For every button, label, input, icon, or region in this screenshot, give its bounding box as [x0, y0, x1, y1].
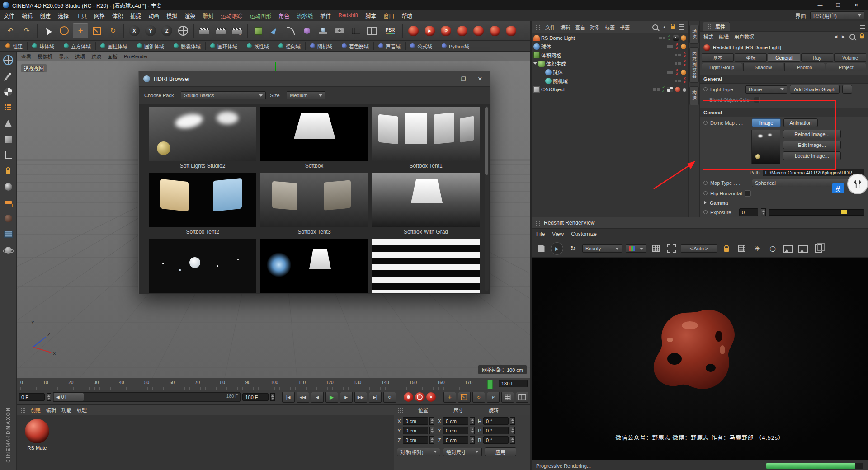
dock-tab[interactable]: 场次 — [689, 25, 699, 44]
lock-workplane-icon[interactable] — [2, 165, 14, 177]
size-y-field[interactable]: 0 cm — [443, 427, 468, 434]
render-picture-viewer-icon[interactable] — [213, 23, 228, 38]
blend-object-color-checkbox[interactable] — [754, 97, 760, 103]
stepper[interactable] — [510, 427, 515, 434]
goto-start-button[interactable]: |◀ — [282, 392, 295, 403]
bucket-grid-icon[interactable] — [736, 243, 748, 254]
visibility-toggle[interactable]: ✗✗ — [683, 60, 686, 67]
clipped-button[interactable] — [842, 85, 852, 94]
current-frame-stepper[interactable] — [47, 393, 51, 401]
rs-light-icon[interactable] — [454, 23, 470, 38]
menu-item[interactable]: 捕捉 — [130, 12, 141, 19]
rv-menu-view[interactable]: View — [552, 231, 564, 237]
rotate-tool-icon[interactable]: ↻ — [105, 23, 121, 38]
anim-dot-icon[interactable] — [703, 121, 708, 125]
viewport-menu-item[interactable]: 查看 — [21, 53, 31, 60]
om-up-icon[interactable]: ▲ — [662, 25, 666, 29]
field-item-radial[interactable]: 径向域 — [277, 42, 302, 50]
visibility-toggle[interactable]: ✗✗ — [683, 77, 686, 85]
position-x-field[interactable]: 0 cm — [403, 417, 428, 425]
axis-mode-icon[interactable] — [2, 181, 14, 193]
menu-item[interactable]: 角色 — [278, 12, 289, 19]
tab-photon[interactable]: Photon — [784, 63, 825, 71]
dialog-titlebar[interactable]: HDRI Browser — ❐ ✕ — [139, 71, 490, 87]
record-pla-toggle[interactable] — [501, 392, 514, 403]
history-back-icon[interactable]: ◀ — [834, 34, 837, 39]
visibility-toggle[interactable]: ✗✗ — [675, 43, 679, 50]
tab-general[interactable]: General — [768, 53, 800, 62]
workplane-icon[interactable] — [2, 149, 14, 161]
hdri-thumbnail[interactable] — [149, 107, 256, 161]
attr-search-icon[interactable] — [849, 34, 855, 40]
attr-menu-item[interactable]: 模式 — [703, 33, 713, 40]
size-x-field[interactable]: 0 cm — [443, 417, 468, 425]
deformer-icon[interactable] — [299, 23, 315, 38]
om-search-icon[interactable] — [652, 24, 658, 30]
menu-item[interactable]: Redshift — [338, 12, 358, 19]
live-selection-icon[interactable] — [57, 23, 72, 38]
snap-icon[interactable] — [2, 228, 14, 240]
menu-item[interactable]: 动画 — [148, 12, 159, 19]
zoom-auto-dropdown[interactable]: < Auto > — [681, 244, 717, 253]
size-mode-dropdown[interactable]: 绝对尺寸 — [443, 448, 482, 456]
panel-grip-icon[interactable] — [398, 408, 403, 413]
panel-grip-icon[interactable] — [535, 25, 540, 30]
edit-image-button[interactable]: Edit Image... — [783, 141, 841, 149]
om-menu-item[interactable]: 编辑 — [560, 24, 570, 31]
field-item-linear[interactable]: 线性域 — [245, 42, 271, 50]
stepper[interactable] — [429, 427, 434, 434]
move-tool-icon[interactable]: + — [73, 23, 88, 38]
size-dropdown[interactable]: Medium — [287, 91, 326, 99]
om-options-icon[interactable] — [679, 24, 684, 30]
menu-item[interactable]: 流水线 — [297, 12, 313, 19]
locate-image-button[interactable]: Locate Image... — [783, 151, 841, 160]
visibility-toggle[interactable]: ✗✗ — [683, 52, 686, 59]
path-field[interactable]: E:\Maxon Cinema 4D R20\plugins\HDR — [763, 169, 864, 176]
menu-item[interactable]: 雕刻 — [203, 12, 213, 19]
menu-item[interactable]: 编辑 — [22, 12, 33, 19]
object-row[interactable]: 体积网格 ✗✗ — [532, 51, 688, 59]
render-view-icon[interactable] — [197, 23, 212, 38]
rotation-p-field[interactable]: 0 ° — [483, 427, 509, 434]
field-item-python[interactable]: Python域 — [440, 42, 471, 50]
tab-project[interactable]: Project — [826, 63, 867, 71]
menu-item[interactable]: 运动跟踪 — [221, 12, 242, 19]
material-menu-item[interactable]: 功能 — [61, 406, 71, 414]
paint-mode-icon[interactable] — [2, 197, 14, 208]
camera-icon[interactable] — [332, 23, 347, 38]
dialog-maximize-button[interactable]: ❐ — [461, 75, 466, 82]
restart-render-icon[interactable]: ↻ — [567, 243, 579, 254]
range-slider-grip[interactable]: ◀ 0 F — [54, 393, 84, 401]
goto-end-button[interactable]: ▶| — [369, 392, 382, 403]
collapse-icon[interactable] — [704, 201, 707, 205]
model-mode-icon[interactable] — [2, 70, 14, 82]
menu-item[interactable]: 体积 — [112, 12, 123, 19]
texture-tag-icon[interactable] — [673, 35, 679, 41]
menu-item[interactable]: 网格 — [94, 12, 105, 19]
tab-shadow[interactable]: Shadow — [743, 63, 784, 71]
rs-settings-icon[interactable]: ⚙ — [438, 23, 453, 38]
autokey-button[interactable] — [415, 392, 425, 402]
rs-ipr-icon[interactable]: ▶ — [422, 23, 437, 38]
menu-item[interactable]: 模拟 — [166, 12, 177, 19]
loop-button[interactable]: ↻ — [383, 392, 396, 403]
save-snapshot-icon[interactable] — [535, 243, 547, 254]
stepper[interactable] — [510, 417, 515, 425]
make-editable-icon[interactable] — [2, 54, 14, 66]
hdri-thumbnail[interactable] — [372, 239, 480, 293]
visibility-toggle[interactable]: ✓✓ — [668, 34, 671, 42]
record-button[interactable] — [404, 392, 413, 402]
menu-item[interactable]: 文件 — [4, 12, 14, 19]
hdri-browser-dialog[interactable]: HDRI Browser — ❐ ✕ Choose Pack - Studio … — [138, 71, 490, 294]
stepper[interactable] — [429, 417, 434, 425]
crop-region-icon[interactable] — [665, 243, 677, 254]
hdri-thumbnail[interactable] — [372, 107, 480, 161]
field-item-cone[interactable]: 圆锥体域 — [135, 42, 166, 50]
menu-item[interactable]: 插件 — [320, 12, 331, 19]
anim-dot-icon[interactable] — [703, 87, 708, 91]
general-subsection-header[interactable]: General — [700, 108, 868, 117]
tab-light-group[interactable]: Light Group — [702, 63, 742, 71]
pen-tool-icon[interactable] — [267, 23, 282, 38]
material-item[interactable]: RS Mate — [20, 419, 54, 451]
hdri-thumbnail[interactable] — [260, 107, 368, 161]
